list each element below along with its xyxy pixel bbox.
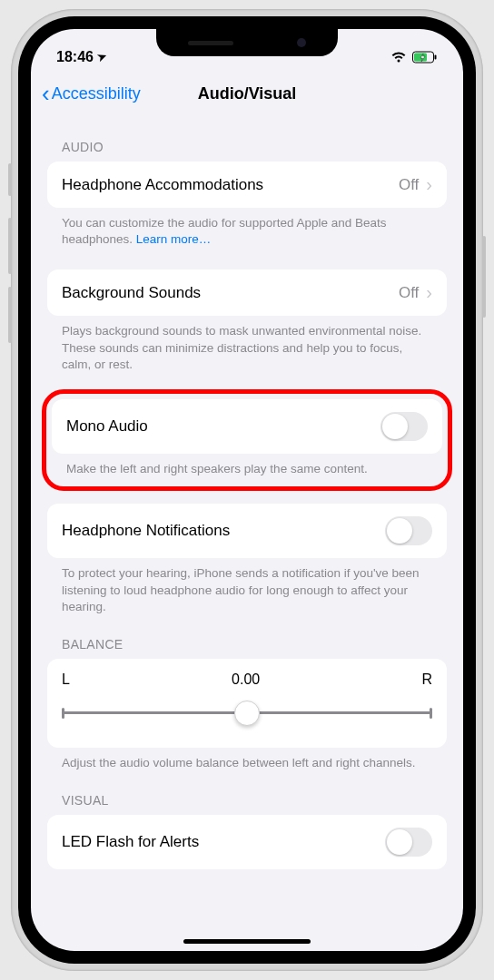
volume-up-button — [8, 218, 12, 274]
cell-value: Off — [399, 284, 419, 302]
phone-frame: 18:46 ➤ — [11, 9, 483, 971]
balance-right-label: R — [421, 671, 432, 688]
row-background-sounds[interactable]: Background Sounds Off › — [47, 270, 447, 316]
screen: 18:46 ➤ — [31, 29, 463, 951]
footer-mono-audio: Make the left and right speakers play th… — [52, 454, 442, 481]
status-left: 18:46 ➤ — [56, 49, 106, 65]
side-button — [482, 236, 486, 318]
page-title: Audio/Visual — [198, 84, 297, 103]
balance-value: 0.00 — [232, 671, 260, 688]
cell-value: Off — [399, 176, 419, 194]
led-flash-toggle[interactable] — [385, 828, 432, 857]
toggle-knob — [382, 414, 408, 439]
mono-audio-toggle[interactable] — [380, 412, 428, 441]
footer-headphone-accommodations: You can customize the audio for supporte… — [47, 208, 447, 248]
svg-rect-2 — [435, 55, 437, 60]
row-headphone-notifications[interactable]: Headphone Notifications — [47, 504, 447, 558]
cell-label: Headphone Notifications — [62, 522, 230, 540]
cell-trailing: Off › — [399, 174, 432, 195]
status-time: 18:46 — [56, 49, 94, 65]
svg-rect-1 — [414, 54, 427, 62]
section-header-visual: VISUAL — [47, 771, 447, 815]
front-camera — [297, 38, 306, 47]
footer-balance: Adjust the audio volume balance between … — [47, 748, 447, 771]
home-indicator[interactable] — [183, 939, 311, 944]
row-mono-audio[interactable]: Mono Audio — [52, 399, 442, 454]
back-button[interactable]: ‹ Accessibility — [42, 82, 141, 105]
content-scroll[interactable]: AUDIO Headphone Accommodations Off › You… — [31, 118, 463, 922]
footer-background-sounds: Plays background sounds to mask unwanted… — [47, 316, 447, 373]
balance-labels: L 0.00 R — [62, 671, 432, 688]
balance-left-label: L — [62, 671, 70, 688]
cell-label: LED Flash for Alerts — [62, 833, 199, 851]
toggle-knob — [387, 829, 412, 855]
footer-headphone-notifications: To protect your hearing, iPhone sends a … — [47, 558, 447, 615]
phone-bezel: 18:46 ➤ — [18, 16, 476, 964]
silent-switch — [8, 163, 12, 196]
wifi-icon — [390, 51, 407, 64]
cell-label: Background Sounds — [62, 284, 201, 302]
section-header-balance: BALANCE — [47, 615, 447, 659]
cell-trailing: Off › — [399, 282, 432, 303]
chevron-right-icon: › — [426, 282, 432, 303]
chevron-right-icon: › — [426, 174, 432, 195]
footer-text-span: You can customize the audio for supporte… — [62, 216, 387, 246]
battery-charging-icon — [412, 51, 438, 64]
balance-slider[interactable] — [62, 701, 432, 726]
nav-bar: ‹ Accessibility Audio/Visual — [31, 73, 463, 118]
section-header-audio: AUDIO — [47, 118, 447, 162]
row-led-flash[interactable]: LED Flash for Alerts — [47, 815, 447, 869]
row-headphone-accommodations[interactable]: Headphone Accommodations Off › — [47, 162, 447, 208]
balance-cell: L 0.00 R — [47, 659, 447, 748]
slider-tick-left — [62, 708, 64, 719]
notch — [156, 29, 338, 56]
cell-label: Mono Audio — [66, 417, 148, 436]
chevron-left-icon: ‹ — [42, 82, 50, 105]
toggle-knob — [387, 518, 412, 544]
status-right — [390, 51, 438, 64]
highlight-annotation: Mono Audio Make the left and right speak… — [42, 389, 452, 491]
location-services-icon: ➤ — [95, 50, 108, 65]
speaker-grille — [188, 41, 233, 45]
slider-knob[interactable] — [234, 701, 260, 726]
headphone-notifications-toggle[interactable] — [385, 516, 432, 545]
volume-down-button — [8, 287, 12, 343]
cell-label: Headphone Accommodations — [62, 176, 263, 194]
back-label: Accessibility — [52, 84, 141, 103]
learn-more-link[interactable]: Learn more… — [136, 232, 212, 246]
slider-tick-right — [430, 708, 432, 719]
